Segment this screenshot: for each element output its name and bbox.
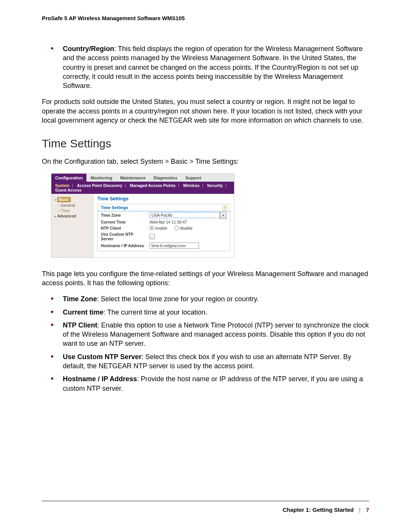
side-general-label: General [61, 203, 75, 208]
side-node-advanced[interactable]: ▸Advanced [54, 214, 92, 218]
row-timezone: Time Zone USA-Pacific ▾ [98, 211, 230, 219]
side-advanced-label: Advanced [57, 214, 76, 218]
tab-support[interactable]: Support [182, 174, 206, 182]
bullet-dot-icon [51, 297, 53, 300]
radio-ntp-enable[interactable]: enable [150, 226, 167, 230]
bullet-icon: » [58, 204, 60, 208]
bullet-dot-icon [51, 324, 53, 326]
subtab-wireless[interactable]: Wireless [182, 183, 204, 188]
bullet-dot-icon [51, 377, 53, 380]
subtab-managed-aps[interactable]: Managed Access Points [128, 183, 180, 188]
tab-diagnostics[interactable]: Diagnostics [150, 174, 182, 182]
bullet-current-time: Current time: The current time at your l… [42, 308, 369, 317]
bullet-dot-icon [51, 311, 53, 313]
chevron-down-icon: ▿ [54, 198, 56, 202]
subtab-system[interactable]: System [54, 183, 74, 188]
tab-maintenance[interactable]: Maintenance [116, 174, 150, 182]
screenshot-sub-tabs: System Access Point Discovery Managed Ac… [51, 182, 234, 194]
bullet-tz-label: Time Zone [63, 295, 97, 303]
footer-rule [42, 501, 369, 501]
side-node-basic[interactable]: ▿Basic [54, 197, 92, 202]
bullet-custom-ntp: Use Custom NTP Server: Select this check… [42, 352, 369, 371]
checkbox-custom-ntp[interactable] [150, 234, 155, 239]
box-heading: Time Settings ? [98, 204, 230, 211]
dropdown-arrow-icon[interactable]: ▾ [220, 212, 227, 219]
bullet-ntp-text: : Enable this option to use a Network Ti… [63, 321, 369, 348]
tab-monitoring[interactable]: Monitoring [87, 174, 116, 182]
label-custom-ntp: Use Custom NTP Server [101, 232, 147, 241]
side-basic-label: Basic [57, 197, 71, 202]
bullet-ct-text: : The current time at your location. [104, 308, 207, 316]
label-hostname: Hostname / IP Address [101, 243, 147, 248]
label-current-time: Current Time [101, 220, 147, 224]
page-footer: Chapter 1: Getting Started | 7 [42, 501, 369, 513]
label-timezone: Time Zone [101, 213, 147, 217]
paragraph-non-us: For products sold outside the United Sta… [42, 97, 369, 125]
label-ntp-client: NTP Client [101, 226, 147, 230]
row-custom-ntp: Use Custom NTP Server [98, 231, 230, 242]
screenshot-top-tabs: Configuration Monitoring Maintenance Dia… [51, 174, 234, 182]
bullet-host-label: Hostname / IP Address [63, 375, 137, 383]
radio-enable-label: enable [155, 226, 167, 230]
bullet-country-label: Country/Region [63, 45, 114, 53]
footer-chapter: Chapter 1: Getting Started [283, 506, 354, 513]
radio-disable-label: disable [180, 226, 193, 230]
row-current-time: Current Time Wed Apr 14 11:30:47 [98, 219, 230, 225]
subtab-security[interactable]: Security [206, 183, 228, 188]
screenshot-panel: Configuration Monitoring Maintenance Dia… [51, 173, 234, 258]
side-time-label: Time [61, 208, 70, 213]
bullet-ntp-label: NTP Client [63, 321, 97, 329]
settings-box: Time Settings ? Time Zone USA-Pacific ▾ … [97, 204, 230, 251]
paragraph-nav-path: On the Configuration tab, select System … [42, 157, 369, 166]
input-hostname[interactable]: time-b.netgear.com [150, 243, 199, 249]
heading-time-settings: Time Settings [42, 137, 369, 150]
tab-configuration[interactable]: Configuration [51, 174, 87, 182]
bullet-tz-text: : Select the local time zone for your re… [97, 295, 259, 303]
bullet-hostname: Hostname / IP Address: Provide the host … [42, 374, 369, 393]
radio-off-icon [174, 226, 179, 230]
bullet-ct-label: Current time [63, 308, 104, 316]
bullet-country-region: Country/Region: This field displays the … [42, 44, 369, 90]
value-current-time: Wed Apr 14 11:30:47 [150, 220, 227, 224]
screenshot-main: Time Settings Time Settings ? Time Zone … [94, 194, 234, 257]
chevron-right-icon: ▸ [54, 214, 56, 218]
bullet-icon: » [58, 209, 60, 213]
bullet-ntp-client: NTP Client: Enable this option to use a … [42, 321, 369, 348]
radio-on-icon [150, 226, 154, 230]
bullet-dot-icon [51, 355, 53, 358]
doc-header-title: ProSafe 5 AP Wireless Management Softwar… [42, 15, 369, 21]
bullet-custom-label: Use Custom NTP Server [63, 353, 142, 361]
help-icon[interactable]: ? [222, 205, 228, 211]
side-leaf-time[interactable]: »Time [58, 208, 92, 213]
panel-title: Time Settings [97, 196, 230, 201]
select-timezone[interactable]: USA-Pacific ▾ [150, 212, 227, 218]
screenshot-side-tree: ▿Basic »General »Time ▸Advanced [51, 194, 94, 257]
paragraph-options-intro: This page lets you configure the time-re… [42, 269, 369, 288]
footer-page-number: 7 [366, 506, 369, 513]
box-heading-text: Time Settings [101, 205, 128, 210]
row-hostname: Hostname / IP Address time-b.netgear.com [98, 242, 230, 249]
bullet-dot-icon [51, 47, 53, 50]
subtab-ap-discovery[interactable]: Access Point Discovery [75, 183, 127, 188]
radio-ntp-disable[interactable]: disable [174, 226, 193, 230]
row-ntp-client: NTP Client enable disable [98, 225, 230, 231]
bullet-time-zone: Time Zone: Select the local time zone fo… [42, 294, 369, 304]
select-timezone-value: USA-Pacific [150, 212, 220, 218]
subtab-guest-access[interactable]: Guest Access [54, 188, 83, 192]
footer-separator: | [355, 506, 365, 513]
side-leaf-general[interactable]: »General [58, 203, 92, 208]
